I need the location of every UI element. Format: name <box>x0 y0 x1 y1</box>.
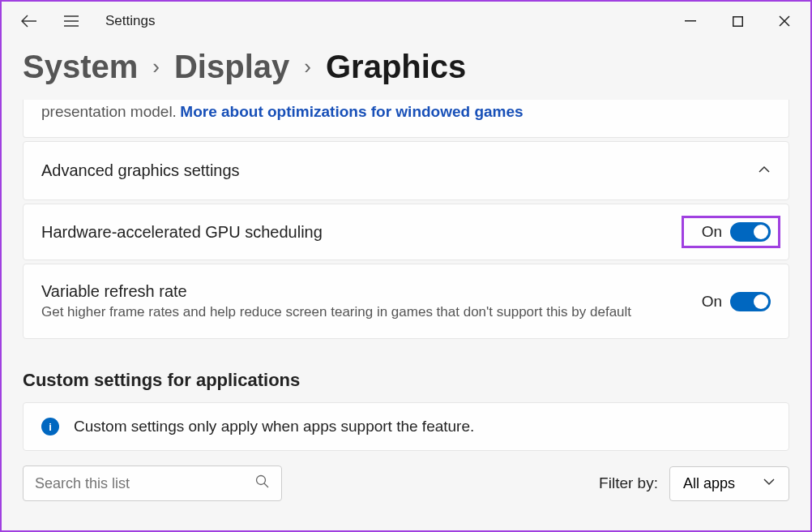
search-input[interactable] <box>35 475 255 492</box>
refresh-rate-label: Variable refresh rate <box>41 282 631 301</box>
close-button[interactable] <box>776 13 793 29</box>
custom-settings-heading: Custom settings for applications <box>23 370 789 391</box>
back-button[interactable] <box>16 8 42 34</box>
gpu-scheduling-card: Hardware-accelerated GPU scheduling On <box>23 204 789 260</box>
info-card: i Custom settings only apply when apps s… <box>23 402 789 451</box>
svg-point-2 <box>257 476 266 485</box>
advanced-section-title: Advanced graphics settings <box>41 161 240 180</box>
svg-rect-0 <box>685 20 696 22</box>
refresh-rate-toggle[interactable] <box>730 292 771 311</box>
chevron-right-icon: › <box>304 54 311 79</box>
svg-rect-1 <box>733 16 742 26</box>
gpu-toggle-state: On <box>702 223 722 241</box>
gpu-scheduling-label: Hardware-accelerated GPU scheduling <box>41 223 323 242</box>
maximize-button[interactable] <box>729 13 746 29</box>
info-icon: i <box>41 418 59 435</box>
top-bar: Settings <box>2 2 155 41</box>
breadcrumb-display[interactable]: Display <box>174 49 289 85</box>
main-content: presentation model. More about optimizat… <box>2 100 810 501</box>
breadcrumb-system[interactable]: System <box>23 49 138 85</box>
minimize-button[interactable] <box>682 13 699 29</box>
refresh-rate-description: Get higher frame rates and help reduce s… <box>41 304 631 320</box>
hamburger-menu[interactable] <box>58 8 84 34</box>
filter-group: Filter by: All apps <box>599 466 789 501</box>
breadcrumb: System › Display › Graphics <box>2 45 810 100</box>
advanced-graphics-card: Advanced graphics settings <box>23 141 789 200</box>
partial-info-card: presentation model. More about optimizat… <box>23 100 789 138</box>
chevron-down-icon <box>763 475 776 492</box>
refresh-toggle-state: On <box>702 293 722 311</box>
optimization-link[interactable]: More about optimizations for windowed ga… <box>180 103 523 120</box>
refresh-rate-row: Variable refresh rate Get higher frame r… <box>24 264 788 338</box>
gpu-scheduling-toggle[interactable] <box>730 222 771 242</box>
filter-label: Filter by: <box>599 474 658 492</box>
info-text: Custom settings only apply when apps sup… <box>74 418 474 435</box>
search-box[interactable] <box>23 466 282 501</box>
breadcrumb-graphics: Graphics <box>326 49 466 85</box>
toggle-thumb <box>754 294 768 309</box>
chevron-up-icon <box>758 163 771 179</box>
bottom-controls: Filter by: All apps <box>23 466 789 501</box>
refresh-rate-toggle-group: On <box>702 292 771 311</box>
gpu-scheduling-row: Hardware-accelerated GPU scheduling On <box>24 204 788 260</box>
app-title: Settings <box>105 13 155 29</box>
filter-selected: All apps <box>683 475 735 492</box>
advanced-section-header[interactable]: Advanced graphics settings <box>24 142 788 200</box>
gpu-scheduling-toggle-group: On <box>702 222 771 242</box>
partial-text: presentation model. <box>41 103 177 120</box>
search-icon <box>255 474 270 492</box>
refresh-rate-card: Variable refresh rate Get higher frame r… <box>23 264 789 339</box>
filter-dropdown[interactable]: All apps <box>669 466 789 501</box>
chevron-right-icon: › <box>152 54 160 79</box>
toggle-thumb <box>754 225 768 239</box>
